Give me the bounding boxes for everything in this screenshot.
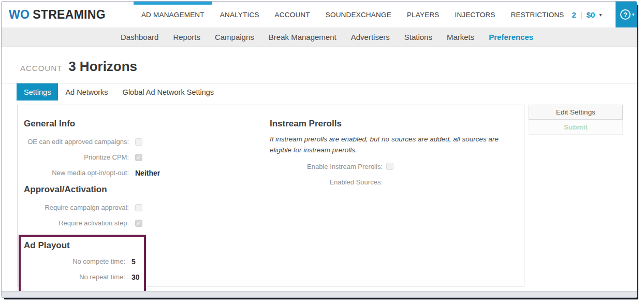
tab-label: Global Ad Network Settings <box>123 88 214 96</box>
app-window: WOSTREAMING AD MANAGEMENT ANALYTICS ACCO… <box>1 1 637 298</box>
page-title-block: ACCOUNT 3 Horizons <box>20 59 637 75</box>
field-label: New media opt-in/opt-out: <box>24 169 129 177</box>
approval-activation-heading: Approval/Activation <box>24 184 270 195</box>
nav-item-account[interactable]: ACCOUNT <box>267 2 318 27</box>
subnav-item-reports[interactable]: Reports <box>168 33 206 41</box>
tab-ad-networks[interactable]: Ad Networks <box>58 83 115 101</box>
require-activation-step-checkbox[interactable] <box>135 220 142 227</box>
brand-logo-wo: WO <box>9 8 30 21</box>
tab-global-ad-network-settings[interactable]: Global Ad Network Settings <box>115 83 222 101</box>
form-row-enabled-sources: Enabled Sources: <box>270 175 519 190</box>
instream-prerolls-rows: Enable Instream Prerolls: Enabled Source… <box>270 159 519 190</box>
page-title: 3 Horizons <box>68 59 137 75</box>
settings-content-row: General Info OE can edit approved campai… <box>17 105 637 286</box>
action-buttons: Edit Settings Submit <box>529 105 623 135</box>
form-row-enable-instream-prerolls: Enable Instream Prerolls: <box>270 159 519 174</box>
form-row-new-media-opt: New media opt-in/opt-out: Neither <box>24 165 270 180</box>
field-label: Require campaign approval: <box>24 204 129 211</box>
chevron-down-icon: ▾ <box>632 12 635 17</box>
main-nav: AD MANAGEMENT ANALYTICS ACCOUNT SOUNDEXC… <box>134 2 572 27</box>
settings-right-column: Instream Prerolls If instream prerolls a… <box>270 119 519 286</box>
form-row-oe-can-edit: OE can edit approved campaigns: <box>24 134 270 149</box>
settings-panel: General Info OE can edit approved campai… <box>17 105 524 286</box>
instream-prerolls-note: If instream prerolls are enabled, but no… <box>270 134 519 156</box>
require-campaign-approval-checkbox[interactable] <box>135 204 142 211</box>
nav-item-soundexchange[interactable]: SOUNDEXCHANGE <box>318 2 399 27</box>
ad-playout-heading: Ad Playout <box>24 240 144 251</box>
brand-logo-streaming: STREAMING <box>33 8 106 21</box>
notification-count[interactable]: 2 <box>572 10 576 19</box>
account-balance-dropdown[interactable]: 2 | $0 ▾ <box>572 10 602 19</box>
no-repeat-time-value: 30 <box>131 273 140 281</box>
tab-bar: Settings Ad Networks Global Ad Network S… <box>2 83 637 101</box>
general-info-rows: OE can edit approved campaigns: Prioriti… <box>24 134 270 180</box>
subnav-item-markets[interactable]: Markets <box>442 33 479 41</box>
oe-can-edit-checkbox[interactable] <box>135 138 142 146</box>
brand-logo: WOSTREAMING <box>9 8 106 22</box>
nav-item-players[interactable]: PLAYERS <box>399 2 447 27</box>
field-label: Enable Instream Prerolls: <box>270 163 383 170</box>
subnav-item-dashboard[interactable]: Dashboard <box>115 33 164 41</box>
tab-settings[interactable]: Settings <box>17 83 58 101</box>
nav-item-label: RESTRICTIONS <box>511 11 564 19</box>
nav-item-restrictions[interactable]: RESTRICTIONS <box>503 2 572 27</box>
nav-item-label: ACCOUNT <box>275 11 310 19</box>
balance-amount[interactable]: $0 <box>587 10 595 19</box>
approval-activation-rows: Require campaign approval: Require activ… <box>24 200 270 231</box>
help-menu[interactable]: ? ▾ <box>620 9 635 20</box>
nav-item-label: PLAYERS <box>407 11 440 19</box>
new-media-opt-value: Neither <box>135 169 160 177</box>
subnav-item-campaigns[interactable]: Campaigns <box>210 33 259 41</box>
subnav-item-preferences[interactable]: Preferences <box>484 33 538 41</box>
form-row-require-campaign-approval: Require campaign approval: <box>24 200 270 215</box>
ad-playout-highlight-box: Ad Playout No compete time: 5 No repeat … <box>19 235 146 294</box>
chevron-down-icon[interactable]: ▾ <box>599 12 602 18</box>
edit-settings-button[interactable]: Edit Settings <box>529 105 623 120</box>
tab-label: Settings <box>24 88 51 96</box>
field-label: Prioritize CPM: <box>24 153 129 161</box>
main-content: ACCOUNT 3 Horizons Settings Ad Networks … <box>2 47 637 291</box>
field-label: No repeat time: <box>24 273 125 281</box>
instream-prerolls-heading: Instream Prerolls <box>270 119 519 129</box>
nav-item-label: SOUNDEXCHANGE <box>326 11 391 19</box>
form-row-prioritize-cpm: Prioritize CPM: <box>24 150 270 165</box>
subnav-item-stations[interactable]: Stations <box>399 33 437 41</box>
general-info-heading: General Info <box>24 119 270 129</box>
top-nav-right: 2 | $0 ▾ ? ▾ ▾ <box>572 2 637 27</box>
prioritize-cpm-checkbox[interactable] <box>135 154 142 161</box>
nav-item-label: ANALYTICS <box>220 11 259 19</box>
field-label: Enabled Sources: <box>270 178 383 186</box>
nav-item-analytics[interactable]: ANALYTICS <box>212 2 267 27</box>
page-kicker: ACCOUNT <box>20 64 62 73</box>
subnav-item-break-management[interactable]: Break Management <box>264 33 342 41</box>
window-bottom-frame <box>2 291 637 297</box>
no-compete-time-value: 5 <box>131 257 136 266</box>
field-label: OE can edit approved campaigns: <box>24 138 129 146</box>
divider: | <box>580 10 582 19</box>
subnav-item-advertisers[interactable]: Advertisers <box>346 33 395 41</box>
enable-instream-prerolls-checkbox[interactable] <box>386 163 393 170</box>
utility-icon-box: ? ▾ ▾ <box>616 2 638 27</box>
nav-item-label: AD MANAGEMENT <box>141 11 204 19</box>
nav-item-ad-management[interactable]: AD MANAGEMENT <box>134 2 212 27</box>
settings-left-column: General Info OE can edit approved campai… <box>24 119 270 286</box>
nav-item-label: INJECTORS <box>455 11 495 19</box>
tab-label: Ad Networks <box>65 88 108 96</box>
submit-button: Submit <box>529 120 623 135</box>
field-label: Require activation step: <box>24 219 129 227</box>
form-row-no-repeat-time: No repeat time: 30 <box>24 269 144 284</box>
field-label: No compete time: <box>24 257 125 265</box>
nav-item-injectors[interactable]: INJECTORS <box>447 2 503 27</box>
form-row-require-activation-step: Require activation step: <box>24 216 270 231</box>
help-icon[interactable]: ? <box>620 9 631 20</box>
form-row-no-compete-time: No compete time: 5 <box>24 254 144 269</box>
sub-nav: Dashboard Reports Campaigns Break Manage… <box>2 27 637 47</box>
top-nav: WOSTREAMING AD MANAGEMENT ANALYTICS ACCO… <box>2 2 637 27</box>
